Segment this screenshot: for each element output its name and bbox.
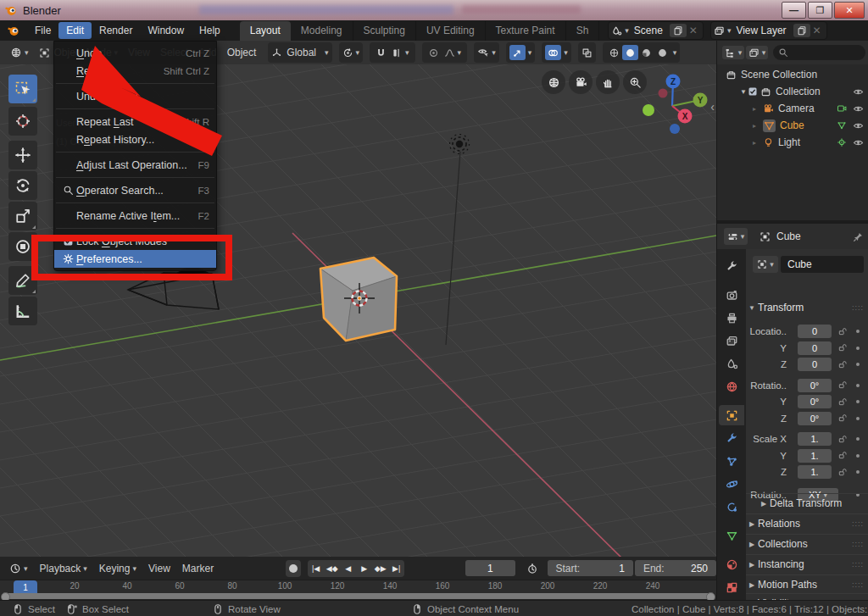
workspace-tab-texture-paint[interactable]: Texture Paint: [486, 21, 566, 41]
menu-file[interactable]: File: [27, 22, 58, 39]
lock-icon[interactable]: [837, 327, 847, 336]
value-field[interactable]: 1.: [798, 432, 832, 446]
animate-dot[interactable]: [856, 400, 860, 403]
lock-icon[interactable]: [837, 343, 847, 352]
value-field[interactable]: 0°: [798, 395, 832, 408]
timeline-menu-keying[interactable]: Keying▾: [93, 561, 142, 576]
timeline-scrollbar[interactable]: [3, 593, 714, 599]
maximize-button[interactable]: ❐: [808, 2, 832, 19]
value-field[interactable]: 1.: [798, 465, 832, 479]
outliner-row-collection[interactable]: ▼Collection: [717, 83, 868, 100]
properties-tab-object[interactable]: [719, 405, 744, 425]
pivot-dropdown[interactable]: ▾: [339, 42, 364, 63]
editor-type-icon[interactable]: ▾: [722, 46, 744, 59]
tool-cursor-3d[interactable]: [8, 107, 37, 136]
properties-tab-scene[interactable]: [719, 353, 744, 374]
animate-dot[interactable]: [856, 384, 860, 387]
object-name-field[interactable]: Cube: [781, 256, 864, 273]
properties-editor-icon[interactable]: ▾: [724, 228, 748, 245]
panel-motion-paths[interactable]: ▶Motion Paths::::: [746, 574, 868, 594]
workspace-tab-uv-editing[interactable]: UV Editing: [416, 21, 486, 41]
animate-dot[interactable]: [856, 417, 860, 420]
value-field[interactable]: 0: [798, 325, 832, 338]
search-input[interactable]: [788, 47, 843, 58]
tool-rotate[interactable]: [8, 171, 37, 200]
scene-selector[interactable]: ▾ Scene ✕: [608, 21, 704, 40]
menu-item-undo-history[interactable]: Undo History: [54, 87, 216, 105]
outliner-row-camera[interactable]: ▸Camera: [717, 100, 868, 117]
outliner-row-cube[interactable]: ▸Cube: [717, 117, 868, 134]
nav-gizmo[interactable]: Z Y X: [643, 75, 708, 135]
animate-dot[interactable]: [856, 454, 860, 458]
menu-item-repeat-last[interactable]: Repeat LastShift R: [54, 113, 216, 130]
menu-item-adjust-last-operation[interactable]: Adjust Last Operation...F9: [54, 156, 216, 174]
timeline-menu-view[interactable]: View: [142, 561, 176, 576]
menu-object[interactable]: Object: [222, 44, 262, 61]
panel-collections[interactable]: ▶Collections::::: [746, 534, 868, 553]
lock-icon[interactable]: [837, 413, 847, 423]
properties-tab-material[interactable]: [719, 554, 744, 574]
hide-eye-icon[interactable]: [853, 103, 864, 114]
start-frame-field[interactable]: Start:1: [548, 560, 633, 576]
unlink-icon[interactable]: ✕: [810, 25, 824, 36]
hide-eye-icon[interactable]: [853, 86, 864, 97]
workspace-tab-layout[interactable]: Layout: [240, 21, 291, 41]
animate-dot[interactable]: [856, 437, 860, 441]
menu-item-repeat-history[interactable]: Repeat History...: [54, 130, 216, 148]
proportional-edit[interactable]: ▾: [422, 42, 468, 63]
outliner-row-scene-collection[interactable]: Scene Collection: [717, 66, 868, 83]
properties-tab-render[interactable]: [719, 285, 744, 305]
view-layer-name[interactable]: View Layer: [731, 25, 791, 36]
properties-tab-particles[interactable]: [719, 451, 744, 471]
menu-item-lock-object-modes[interactable]: Lock Object Modes: [54, 232, 216, 250]
next-keyframe-button[interactable]: ◆▶: [372, 561, 388, 576]
hide-eye-icon[interactable]: [853, 120, 864, 131]
timeline-editor-type[interactable]: ▾: [3, 561, 34, 576]
panel-instancing[interactable]: ▶Instancing::::: [746, 554, 868, 574]
editor-type-button[interactable]: ▾: [5, 44, 34, 61]
value-field[interactable]: 1.: [798, 449, 832, 463]
visibility-dropdown[interactable]: ▾: [474, 42, 499, 63]
object-data-dropdown[interactable]: ▾: [753, 256, 778, 273]
properties-tab-world[interactable]: [719, 376, 744, 397]
animate-dot[interactable]: [856, 330, 860, 333]
lock-icon[interactable]: [837, 360, 847, 369]
properties-tab-constraints[interactable]: [719, 497, 744, 517]
mesh-data-icon[interactable]: [837, 120, 847, 130]
hide-eye-icon[interactable]: [853, 137, 864, 148]
menu-item-redo[interactable]: RedoShift Ctrl Z: [54, 62, 216, 80]
copy-icon[interactable]: [793, 24, 810, 37]
properties-tab-output[interactable]: [719, 308, 744, 328]
properties-tab-physics[interactable]: [719, 474, 744, 494]
menu-item-rename-active-item[interactable]: Rename Active Item...F2: [54, 207, 216, 225]
animate-dot[interactable]: [856, 347, 860, 350]
properties-tab-texture[interactable]: [719, 577, 744, 597]
properties-tab-modifiers[interactable]: [719, 428, 744, 448]
value-field[interactable]: 0: [798, 358, 832, 371]
overlays-toggle[interactable]: ▾: [542, 42, 571, 63]
menu-item-preferences[interactable]: Preferences...: [54, 250, 216, 268]
zoom-button[interactable]: [623, 70, 647, 94]
copy-icon[interactable]: [670, 24, 687, 37]
minimize-button[interactable]: —: [782, 2, 806, 19]
menu-render[interactable]: Render: [92, 22, 140, 39]
lock-icon[interactable]: [837, 435, 847, 444]
shading-modes[interactable]: ▾: [603, 42, 681, 63]
camera-view-button[interactable]: [569, 70, 593, 94]
blender-menu-logo-icon[interactable]: [7, 24, 20, 37]
animate-dot[interactable]: [856, 470, 860, 474]
light-data-icon[interactable]: [837, 137, 847, 147]
disclosure-triangle[interactable]: ▼: [739, 88, 748, 96]
workspace-tab-modeling[interactable]: Modeling: [291, 21, 353, 41]
menu-window[interactable]: Window: [140, 22, 192, 39]
scene-name[interactable]: Scene: [629, 25, 668, 36]
menu-help[interactable]: Help: [192, 22, 228, 39]
prev-frame-button[interactable]: ◀: [340, 561, 356, 576]
view-layer-selector[interactable]: ▾ View Layer ✕: [710, 21, 827, 40]
tool-annotate[interactable]: [8, 266, 37, 295]
tool-scale[interactable]: [8, 202, 37, 230]
close-button[interactable]: ✕: [834, 2, 865, 19]
properties-tab-tool[interactable]: [719, 256, 744, 276]
value-field[interactable]: 0: [798, 341, 832, 355]
gizmo-toggle[interactable]: ▾: [506, 42, 536, 63]
